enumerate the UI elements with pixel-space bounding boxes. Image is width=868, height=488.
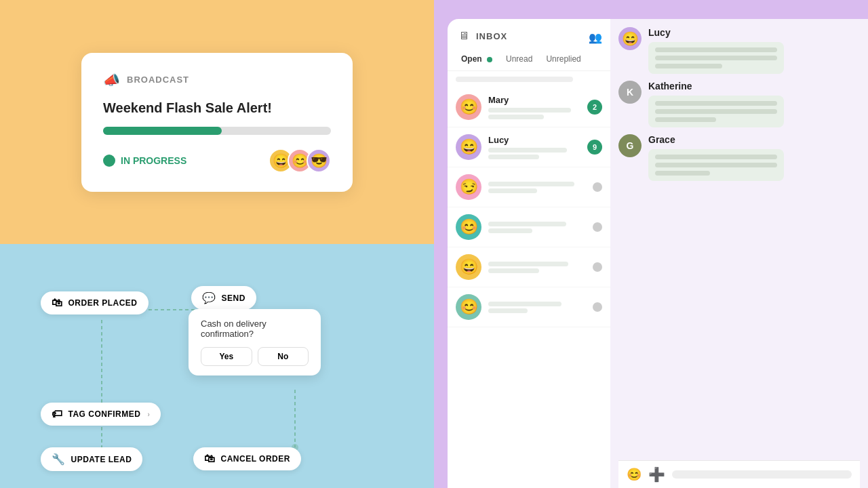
popup-buttons: Yes No [201, 347, 309, 366]
team-icon[interactable]: 👥 [589, 31, 602, 44]
inbox-header: 🖥 INBOX [448, 19, 518, 47]
yes-button[interactable]: Yes [201, 347, 252, 366]
chat-bubble-group-lucy: Lucy [648, 27, 868, 74]
bubble-line1 [655, 47, 777, 52]
inbox-panel: 🖥 INBOX 👥 Open Unread Unreplied [434, 0, 868, 488]
send-popup: Cash on delivery confirmation? Yes No [189, 309, 321, 375]
cancel-shopify-icon: 🛍 [204, 453, 216, 465]
chat-preview-lucy: 😄 Lucy [618, 27, 868, 74]
search-bar-fake [456, 77, 573, 82]
bubble-line1 [655, 155, 777, 159]
chat-preview-katherine: K Katherine [618, 81, 868, 127]
progress-bar-background [103, 127, 331, 135]
inbox-info-5 [488, 262, 586, 273]
inbox-item-4[interactable]: 😊 [448, 207, 610, 247]
line2 [488, 115, 544, 119]
line2 [488, 188, 537, 193]
line1 [488, 302, 561, 306]
in-progress-label: IN PROGRESS [121, 155, 186, 166]
inbox-right-panel: 😄 Lucy K Katherine [610, 19, 868, 488]
inbox-info-lucy: Lucy [488, 135, 580, 159]
preview-lines-lucy [488, 148, 580, 159]
bubble-line1 [655, 101, 777, 106]
inbox-item-lucy[interactable]: 😄 Lucy 9 [448, 127, 610, 167]
whatsapp-icon: 💬 [202, 291, 216, 304]
open-dot [487, 57, 492, 62]
broadcast-header: 📣 BROADCAST [103, 72, 331, 88]
chat-bubble-group-katherine: Katherine [648, 81, 868, 127]
chat-bubble-katherine [648, 96, 784, 127]
chat-bubble-group-grace: Grace [648, 134, 868, 181]
preview-lines-6 [488, 302, 586, 313]
tag-confirmed-label: TAG CONFIRMED [68, 409, 141, 419]
inbox-info-mary: Mary [488, 95, 580, 119]
bubble-line2 [655, 56, 777, 60]
inbox-icon: 🖥 [458, 30, 469, 42]
bubble-line3 [655, 117, 716, 122]
preview-lines-3 [488, 182, 586, 193]
inbox-name-mary: Mary [488, 95, 580, 105]
avatar-3: 😎 [307, 148, 331, 173]
preview-lines-4 [488, 222, 586, 233]
progress-bar-fill [103, 127, 222, 135]
inbox-list: 😊 Mary 2 😄 Lucy [448, 87, 610, 488]
chat-name-grace: Grace [648, 134, 868, 145]
avatar-3: 😏 [456, 174, 481, 200]
chat-avatar-grace: G [618, 134, 642, 157]
preview-lines-mary [488, 108, 580, 119]
tab-unread[interactable]: Unread [500, 52, 538, 66]
inbox-tabs: Open Unread Unreplied [448, 47, 610, 71]
no-button[interactable]: No [258, 347, 309, 366]
message-input-fake[interactable] [672, 470, 852, 479]
inbox-item-mary[interactable]: 😊 Mary 2 [448, 87, 610, 127]
inbox-info-6 [488, 302, 586, 313]
update-lead-label: UPDATE LEAD [71, 455, 132, 464]
bubble-line2 [655, 109, 777, 114]
add-button[interactable]: ➕ [648, 466, 665, 483]
line2 [488, 268, 539, 273]
avatar-lucy: 😄 [456, 134, 481, 160]
bubble-line3 [655, 171, 710, 176]
workflow-area: 🛍 ORDER PLACED 💬 SEND Cash on delivery c… [0, 244, 434, 488]
line1 [488, 222, 566, 226]
inbox-item-5[interactable]: 😄 [448, 247, 610, 287]
chat-avatar-lucy: 😄 [618, 27, 642, 50]
inbox-info-4 [488, 222, 586, 233]
tab-open[interactable]: Open [456, 52, 498, 66]
inbox-list-panel: 🖥 INBOX 👥 Open Unread Unreplied [448, 19, 610, 488]
avatar-6: 😊 [456, 294, 481, 320]
tag-icon: 🏷 [52, 408, 63, 420]
line2 [488, 308, 528, 313]
line1 [488, 108, 571, 113]
badge-lucy: 9 [587, 140, 602, 155]
tab-unreplied[interactable]: Unreplied [540, 52, 586, 66]
send-label: SEND [222, 293, 245, 303]
in-progress-dot [103, 155, 115, 167]
badge-6 [593, 302, 602, 312]
badge-3 [593, 182, 602, 192]
emoji-button[interactable]: 😊 [627, 467, 642, 482]
badge-mary: 2 [587, 100, 602, 115]
line1 [488, 262, 568, 266]
inbox-item-6[interactable]: 😊 [448, 287, 610, 327]
broadcast-section-label: BROADCAST [127, 75, 189, 85]
bubble-line2 [655, 163, 777, 167]
avatars-group: 😄 😊 😎 [269, 148, 331, 173]
preview-lines-5 [488, 262, 586, 273]
broadcast-icon: 📣 [103, 72, 120, 88]
tag-chevron-icon: › [147, 411, 150, 418]
broadcast-quadrant: 📣 BROADCAST Weekend Flash Sale Alert! IN… [0, 0, 434, 244]
order-placed-label: ORDER PLACED [68, 298, 138, 308]
in-progress-status: IN PROGRESS [103, 155, 186, 167]
cancel-order-label: CANCEL ORDER [221, 454, 290, 464]
inbox-title: INBOX [476, 31, 507, 41]
broadcast-footer: IN PROGRESS 😄 😊 😎 [103, 148, 331, 173]
badge-5 [593, 262, 602, 272]
line2 [488, 228, 532, 233]
inbox-quadrant-top: 🖥 INBOX 👥 Open Unread Unreplied [434, 0, 868, 488]
inbox-search-area [448, 71, 610, 87]
line2 [488, 155, 539, 159]
node-update-lead: 🔧 UPDATE LEAD [41, 447, 142, 471]
inbox-item-3[interactable]: 😏 [448, 167, 610, 207]
inbox-name-lucy: Lucy [488, 135, 580, 145]
